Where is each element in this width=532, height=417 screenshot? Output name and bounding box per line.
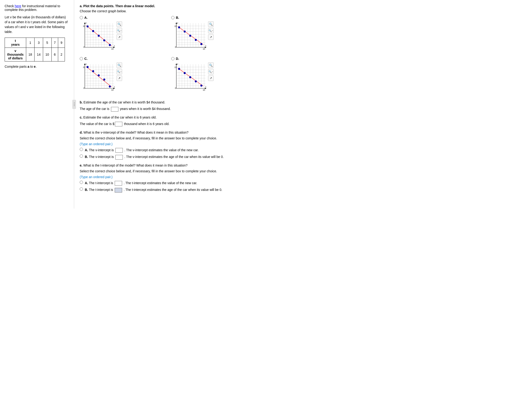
table-cell-t4: 7 — [51, 38, 58, 48]
part-e-label: e. What is the t-intercept of the model?… — [80, 163, 261, 168]
part-d-input-b[interactable] — [115, 155, 123, 160]
part-e-section: e. What is the t-intercept of the model?… — [80, 163, 261, 192]
option-a-letter: A. — [84, 16, 88, 20]
external-link-icon-b[interactable]: ↗ — [208, 34, 214, 40]
graph-c-label: C. — [80, 57, 122, 95]
table-cell-t1: 1 — [26, 38, 35, 48]
option-d-letter: D. — [176, 57, 179, 61]
table-cell-v5: 2 — [58, 48, 65, 62]
svg-text:0: 0 — [83, 46, 85, 48]
svg-text:22: 22 — [83, 25, 85, 27]
graph-b-label: B. — [171, 16, 214, 54]
part-b-input[interactable] — [111, 107, 118, 112]
svg-point-131 — [201, 85, 202, 86]
svg-text:t: t — [114, 86, 115, 88]
option-b-letter: B. — [176, 16, 179, 20]
graph-b-container: 22 0 10 t v — [171, 21, 214, 54]
graph-a-visual: 22 0 10 t v — [80, 21, 116, 54]
external-link-icon-a[interactable]: ↗ — [117, 34, 122, 40]
svg-text:10: 10 — [203, 89, 205, 91]
graph-c-header: C. — [80, 57, 122, 61]
zoom-out-icon-c[interactable]: 🔍− — [117, 69, 122, 74]
zoom-out-icon-a[interactable]: 🔍− — [117, 28, 122, 33]
part-a-label: a. Plot the data points. Then draw a lin… — [80, 4, 261, 8]
svg-point-95 — [92, 70, 94, 72]
part-e-choice-b-text: B. The t-intercept is . The t-intercept … — [85, 188, 261, 192]
svg-text:10: 10 — [111, 89, 113, 91]
radio-d-choice-a[interactable] — [80, 148, 83, 151]
zoom-in-icon-c[interactable]: 🔍 — [117, 63, 122, 68]
graph-a-icons: 🔍 🔍− ↗ — [117, 21, 122, 40]
zoom-in-icon-b[interactable]: 🔍 — [208, 21, 214, 27]
radio-c[interactable] — [80, 57, 83, 60]
external-link-icon-c[interactable]: ↗ — [117, 75, 122, 81]
divider-handle[interactable] — [72, 100, 76, 109]
svg-text:22: 22 — [174, 66, 177, 68]
svg-text:t: t — [114, 45, 115, 47]
part-d-input-a[interactable] — [115, 148, 123, 153]
radio-d[interactable] — [171, 57, 174, 60]
part-e-input-b[interactable] — [115, 188, 122, 192]
svg-point-98 — [109, 86, 111, 87]
check-text: Check — [5, 4, 15, 8]
part-c-label: c. Estimate the value of the car when it… — [80, 115, 261, 120]
graph-b-svg: 22 0 10 t v — [171, 21, 207, 54]
graph-c-visual: 22 0 10 t v — [80, 63, 116, 95]
radio-b[interactable] — [171, 16, 174, 19]
check-link[interactable]: here — [15, 4, 21, 8]
choose-graph-text: Choose the correct graph below. — [80, 9, 261, 13]
divider-dot-2 — [74, 104, 75, 104]
divider-dot-3 — [74, 105, 75, 106]
zoom-in-icon-a[interactable]: 🔍 — [117, 21, 122, 27]
table-cell-v1: 18 — [26, 48, 35, 62]
svg-text:0: 0 — [83, 87, 85, 89]
graph-option-d: D. — [171, 57, 261, 95]
part-e-subtext: Select the correct choice below and, if … — [80, 169, 261, 174]
radio-e-choice-a[interactable] — [80, 181, 83, 184]
svg-point-32 — [109, 44, 111, 46]
part-b-label: b. Estimate the age of the car when it i… — [80, 100, 261, 105]
table-header-t: t years — [5, 38, 26, 48]
svg-point-65 — [201, 43, 202, 45]
svg-text:10: 10 — [203, 48, 205, 50]
table-cell-t2: 3 — [35, 38, 43, 48]
external-link-icon-d[interactable]: ↗ — [208, 75, 214, 81]
right-panel: a. Plot the data points. Then draw a lin… — [74, 0, 266, 208]
radio-d-choice-b[interactable] — [80, 155, 83, 158]
complete-parts: Complete parts a to e. — [5, 65, 69, 68]
svg-text:10: 10 — [111, 48, 113, 50]
data-table: t years 1 3 5 7 9 v thousands of dollars… — [5, 38, 65, 62]
svg-point-63 — [189, 35, 191, 37]
svg-point-127 — [178, 68, 180, 70]
svg-point-62 — [184, 31, 186, 32]
part-b-section: b. Estimate the age of the car when it i… — [80, 100, 261, 112]
part-d-choice-b: B. The v-intercept is . The v-intercept … — [80, 155, 261, 159]
zoom-out-icon-d[interactable]: 🔍− — [208, 69, 214, 74]
problem-text: Let v be the value (in thousands of doll… — [5, 15, 69, 34]
graph-b-header: B. — [171, 16, 214, 20]
part-e-input-a[interactable] — [115, 181, 122, 186]
check-line: Check here for instructional material to… — [5, 4, 69, 11]
svg-text:0: 0 — [175, 87, 176, 89]
option-c-letter: C. — [84, 57, 88, 61]
part-d-choice-a-text: A. The v-intercept is . The v-intercept … — [85, 148, 261, 153]
graph-d-label: D. — [171, 57, 214, 95]
svg-point-64 — [195, 39, 197, 41]
part-c-answer-text: The value of the car is $ thousand when … — [80, 121, 261, 126]
svg-point-30 — [98, 35, 100, 37]
graph-b-icons: 🔍 🔍− ↗ — [208, 21, 214, 40]
table-cell-v3: 10 — [43, 48, 51, 62]
part-d-label: d. What is the v-intercept of the model?… — [80, 130, 261, 135]
svg-text:22: 22 — [174, 25, 177, 27]
zoom-in-icon-d[interactable]: 🔍 — [208, 63, 214, 68]
table-cell-t5: 9 — [58, 38, 65, 48]
zoom-out-icon-b[interactable]: 🔍− — [208, 28, 214, 33]
part-c-input[interactable] — [115, 122, 122, 126]
left-panel: Check here for instructional material to… — [0, 0, 74, 208]
svg-text:0: 0 — [175, 46, 176, 48]
graph-d-header: D. — [171, 57, 214, 61]
graphs-grid: A. — [80, 16, 261, 95]
svg-point-129 — [189, 76, 191, 78]
radio-a[interactable] — [80, 16, 83, 19]
radio-e-choice-b[interactable] — [80, 188, 83, 191]
